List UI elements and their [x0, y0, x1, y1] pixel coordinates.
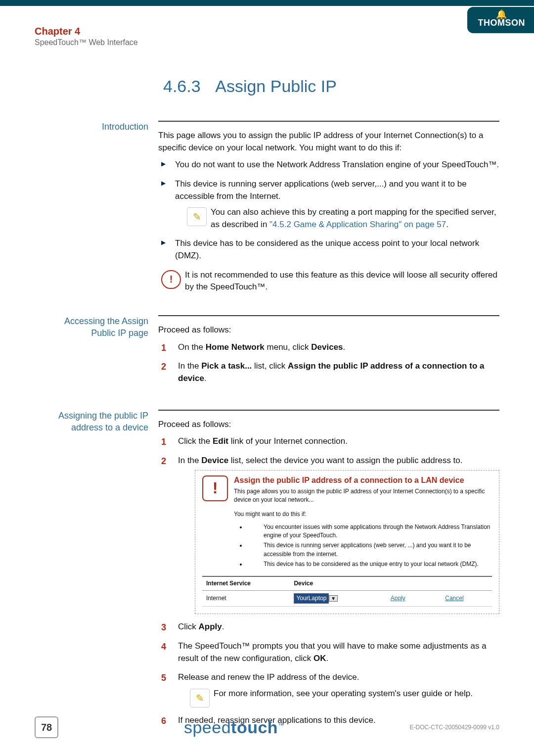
- warning-icon: !: [202, 475, 228, 501]
- section-title-text: Assign Public IP: [215, 77, 337, 95]
- page-number: 78: [35, 716, 58, 738]
- access-step-1: 1 On the Home Network menu, click Device…: [161, 341, 499, 354]
- assignment-table: Internet Service Device Internet YourLap…: [202, 576, 492, 607]
- screenshot-desc: This page allows you to assign the publi…: [234, 487, 492, 505]
- assign-step-1: 1 Click the Edit link of your Internet c…: [161, 435, 499, 448]
- chapter-subtitle: SpeedTouch™ Web Interface: [35, 38, 499, 47]
- section-number: 4.6.3: [163, 77, 201, 95]
- assign-step-4: 4 The SpeedTouch™ prompts you that you w…: [161, 640, 499, 664]
- cancel-link[interactable]: Cancel: [445, 595, 463, 602]
- section-heading: 4.6.3 Assign Public IP: [163, 77, 499, 96]
- screenshot-title: Assign the public IP address of a connec…: [234, 475, 492, 485]
- tip-icon: ✎: [187, 207, 207, 226]
- th-internet-service: Internet Service: [202, 576, 290, 591]
- tip-icon: ✎: [190, 689, 210, 708]
- access-lead: Proceed as follows:: [158, 324, 499, 336]
- thomson-logo: 🔔 THOMSON: [467, 7, 534, 33]
- assign-tip-text: For more information, see your operating…: [214, 688, 499, 700]
- intro-bullet-1: You do not want to use the Network Addre…: [161, 159, 499, 171]
- warning-icon: !: [161, 270, 181, 289]
- th-device: Device: [290, 576, 376, 591]
- screenshot-bullet-3: This device has to be considered as the …: [247, 560, 492, 568]
- assign-step-5: 5 Release and renew the IP address of th…: [161, 671, 499, 708]
- table-row: Internet YourLaptop ▼ Apply Cancel: [202, 591, 492, 607]
- chevron-down-icon[interactable]: ▼: [329, 595, 338, 602]
- assign-step-3: 3 Click Apply.: [161, 621, 499, 633]
- assign-label: Assigning the public IP address to a dev…: [35, 410, 158, 734]
- speedtouch-brand: speedtouch™: [58, 718, 410, 737]
- apply-link[interactable]: Apply: [391, 595, 405, 602]
- chapter-label: Chapter 4: [35, 26, 499, 37]
- intro-bullet-2: This device is running server applicatio…: [175, 179, 467, 201]
- intro-lead: This page allows you to assign the publi…: [158, 130, 499, 154]
- top-band: [0, 0, 534, 6]
- screenshot-why: You might want to do this if:: [234, 510, 492, 519]
- screenshot-bullet-1: You encounter issues with some applicati…: [247, 523, 492, 540]
- page-footer: 78 speedtouch™ E-DOC-CTC-20050429-0099 v…: [0, 716, 534, 738]
- screenshot-bullet-2: This device is running server applicatio…: [247, 541, 492, 559]
- intro-tip-text: You can also achieve this by creating a …: [211, 206, 499, 231]
- assign-step-2: 2 In the Device list, select the device …: [161, 455, 499, 614]
- access-label: Accessing the Assign Public IP page: [35, 315, 158, 392]
- thomson-brand-text: THOMSON: [478, 18, 526, 28]
- cross-ref-link[interactable]: "4.5.2 Game & Application Sharing" on pa…: [269, 220, 446, 229]
- intro-warning-text: It is not recommended to use this featur…: [185, 269, 499, 293]
- intro-label: Introduction: [35, 121, 158, 297]
- bell-icon: 🔔: [478, 11, 526, 18]
- device-select[interactable]: YourLaptop: [294, 593, 329, 604]
- ui-screenshot-panel: ! Assign the public IP address of a conn…: [195, 470, 499, 614]
- assign-lead: Proceed as follows:: [158, 419, 499, 431]
- document-id: E-DOC-CTC-20050429-0099 v1.0: [410, 724, 499, 731]
- intro-bullet-3: This device has to be considered as the …: [161, 237, 499, 262]
- cell-internet-service: Internet: [202, 591, 290, 607]
- access-step-2: 2 In the Pick a task... list, click Assi…: [161, 360, 499, 384]
